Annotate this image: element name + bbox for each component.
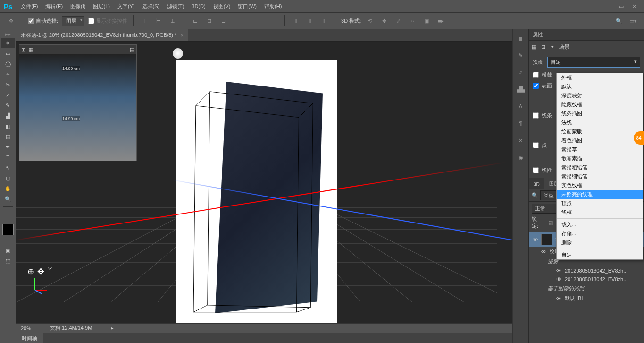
maximize-icon[interactable]: ▭ [619,3,624,9]
marquee-tool[interactable]: ▭ [1,49,15,58]
align-right-icon[interactable]: ⊐ [218,16,228,26]
dd-save[interactable]: 存储... [557,229,643,238]
dd-item[interactable]: 散布素描 [557,154,643,163]
workspace-icon[interactable]: ▭▾ [628,16,638,26]
menu-filter[interactable]: 滤镜(T) [163,1,188,12]
preset-dropdown[interactable]: 自定▾ [547,57,640,68]
axis-widget[interactable] [30,276,49,295]
search-icon[interactable]: 🔍 [614,16,624,26]
dd-item[interactable]: 顶点 [557,199,643,208]
brush-tool[interactable]: ✎ [1,101,15,110]
crop-tool[interactable]: ✂ [1,80,15,89]
clone-source-icon[interactable]: ▟▙ [516,84,526,94]
dd-item[interactable]: 法线 [557,118,643,127]
tools-preset-icon[interactable]: ✕ [516,135,526,146]
scene-filter-icon[interactable]: ▦ [532,44,536,50]
cc-libraries-icon[interactable]: ◉ [516,152,526,163]
timeline-tab[interactable]: 时间轴 [16,333,43,343]
properties-tab[interactable]: 属性 [529,29,644,41]
zoom-level[interactable]: 20% [21,326,31,331]
nav-ruler-icon[interactable]: ⊞ [21,47,25,53]
align-bottom-icon[interactable]: ⊥ [167,16,178,26]
material-filter-icon[interactable]: ✦ [550,44,554,50]
close-tab-icon[interactable]: × [180,33,183,38]
light-widget-icon[interactable] [173,48,183,59]
surface-checkbox[interactable] [533,83,539,89]
menu-edit[interactable]: 编辑(E) [42,1,67,12]
distribute-4-icon[interactable]: ⫴ [291,16,301,26]
clone-stamp-tool[interactable]: ▟ [1,111,15,120]
dd-item[interactable]: 素描细铅笔 [557,172,643,181]
status-arrow-icon[interactable]: ▸ [111,325,114,331]
canvas[interactable]: ⊞ ▦ ▤ 14.99 cm 14.99 cm [16,42,512,323]
layer-row[interactable]: 👁 默认 IBL [529,293,644,303]
menu-file[interactable]: 文件(F) [17,1,42,12]
align-top-icon[interactable]: ⊤ [139,16,150,26]
lock-transparent-icon[interactable]: ▨ [545,217,556,228]
menu-view[interactable]: 视图(V) [209,1,234,12]
shape-tool[interactable]: ▢ [1,173,15,183]
lines-checkbox[interactable] [533,112,539,119]
close-icon[interactable]: ✕ [632,3,636,9]
brush-presets-icon[interactable]: ⫽ [516,67,526,77]
layer-row[interactable]: 👁 20120805013042_BV8zh... [529,266,644,275]
menu-image[interactable]: 图像(I) [67,1,89,12]
path-tool[interactable]: ↖ [1,163,15,172]
distribute-2-icon[interactable]: ≡ [254,16,265,26]
mesh-filter-icon[interactable]: ⊡ [541,44,545,50]
3d-camera-icon[interactable]: ■▸ [435,16,446,26]
hand-tool[interactable]: ✋ [1,184,15,193]
3d-object[interactable] [191,82,332,318]
pen-tool[interactable]: ✒ [1,142,15,152]
menu-window[interactable]: 窗口(W) [234,1,260,12]
eraser-tool[interactable]: ◧ [1,121,15,131]
lasso-tool[interactable]: ◯ [1,59,15,69]
3d-orbit-icon[interactable]: ⟲ [365,16,375,26]
layer-thumbnail[interactable] [541,234,552,245]
doc-info[interactable]: 文档:12.4M/14.9M [50,325,92,332]
3d-pan-icon[interactable]: ✥ [379,16,389,26]
menu-select[interactable]: 选择(S) [139,1,164,12]
linear-checkbox[interactable] [533,167,539,173]
nav-menu-icon[interactable]: ▤ [130,47,134,53]
dd-delete[interactable]: 删除 [557,238,643,247]
show-transform-checkbox[interactable]: 显示变换控件 [88,17,127,25]
foreground-background-color[interactable] [2,224,14,235]
autoselect-target-dropdown[interactable]: 图层 [62,16,84,26]
dd-item[interactable]: 线条插图 [557,109,643,118]
dd-item[interactable]: 素描粗铅笔 [557,163,643,172]
visibility-icon[interactable]: 👁 [555,268,562,274]
move-tool[interactable]: ✥ [1,38,15,48]
navigator-panel[interactable]: ⊞ ▦ ▤ 14.99 cm 14.99 cm [19,44,137,161]
quick-mask-icon[interactable]: ▣ [1,246,15,255]
notification-badge[interactable]: 84 [634,131,644,145]
visibility-icon[interactable]: 👁 [540,249,547,255]
tab-3d[interactable]: 3D [529,180,544,189]
dd-item[interactable]: 实色线框 [557,181,643,190]
layer-row[interactable]: 基于图像的光照 [529,283,644,293]
align-left-icon[interactable]: ⊏ [190,16,200,26]
histogram-icon[interactable]: ⫼ [516,33,526,43]
dd-item[interactable]: 着色插图 [557,136,643,145]
paragraph-icon[interactable]: ¶ [516,118,526,129]
points-checkbox[interactable] [533,142,539,148]
brush-panel-icon[interactable]: ✎ [516,50,526,60]
3d-slide-icon[interactable]: ↔ [407,16,418,26]
edit-toolbar-icon[interactable]: ⋯ [1,210,15,219]
dd-item[interactable]: 隐藏线框 [557,100,643,109]
pan-widget-icon[interactable]: ✥ [37,266,44,277]
dd-item[interactable]: 绘画蒙版 [557,127,643,136]
layer-row[interactable]: 👁 20120805013042_BV8zh... [529,275,644,283]
orbit-widget-icon[interactable]: ⊕ [27,266,34,277]
dd-item[interactable]: 素描草 [557,145,643,154]
dd-load[interactable]: 载入... [557,220,643,229]
menu-3d[interactable]: 3D(D) [188,1,209,11]
light-widget2-icon[interactable]: ᛉ [47,266,52,277]
visibility-icon[interactable]: 👁 [555,296,562,301]
screen-mode-icon[interactable]: ⬚ [1,256,15,266]
dd-item[interactable]: 默认 [557,82,643,91]
3d-roll-icon[interactable]: ⤢ [393,16,403,26]
dd-item[interactable]: 外框 [557,73,643,82]
menu-layer[interactable]: 图层(L) [89,1,113,12]
distribute-3-icon[interactable]: ≡ [268,16,279,26]
